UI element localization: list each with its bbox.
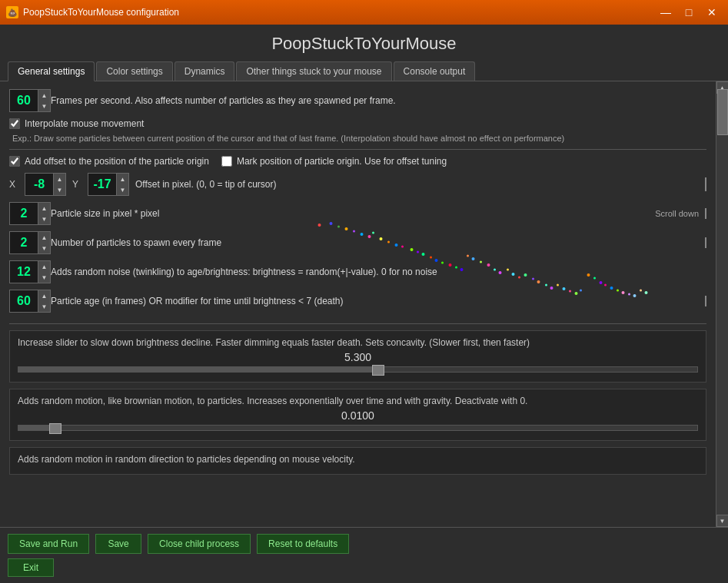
mark-origin-label: Mark position of particle origin. Use fo… bbox=[237, 156, 447, 167]
offset-y-spinbox[interactable]: -17 ▲ ▼ bbox=[88, 173, 129, 196]
svg-point-21 bbox=[467, 255, 469, 257]
random-noise-down[interactable]: ▼ bbox=[38, 272, 50, 283]
brownian-slider-value: 0.0100 bbox=[18, 409, 698, 422]
close-button[interactable]: ✕ bbox=[702, 5, 722, 20]
title-bar-title: PoopStuckToYourMouse configuration bbox=[23, 7, 179, 18]
main-button-row: Save and Run Save Close child process Re… bbox=[8, 534, 720, 554]
title-bar: 💩 PoopStuckToYourMouse configuration — □… bbox=[0, 0, 728, 25]
particle-age-label: Particle age (in frames) OR modifier for… bbox=[51, 296, 343, 306]
velocity-label: Adds random motion in random direction t… bbox=[18, 454, 698, 465]
x-axis-label: X bbox=[9, 179, 18, 190]
particle-age-spinbox[interactable]: 60 ▲ ▼ bbox=[9, 290, 51, 313]
inline-divider-1 bbox=[705, 177, 706, 191]
interpolate-label: Interpolate mouse movement bbox=[25, 118, 144, 129]
add-offset-label: Add offset to the position of the partic… bbox=[25, 156, 209, 167]
offset-y-arrows: ▲ ▼ bbox=[116, 174, 128, 195]
random-noise-row: 12 ▲ ▼ Adds random noise (twinkling) to … bbox=[9, 260, 706, 283]
scroll-indicator bbox=[705, 208, 706, 219]
divider-1 bbox=[9, 149, 706, 150]
close-child-process-button[interactable]: Close child process bbox=[148, 534, 251, 554]
app-title: PoopStuckToYourMouse bbox=[0, 25, 728, 61]
tab-color-settings[interactable]: Color settings bbox=[96, 61, 172, 81]
tab-other-things[interactable]: Other things stuck to your mouse bbox=[236, 61, 391, 81]
interpolate-checkbox[interactable] bbox=[9, 118, 20, 129]
minimize-button[interactable]: — bbox=[656, 5, 676, 20]
particles-per-frame-down[interactable]: ▼ bbox=[38, 243, 50, 253]
tab-general-settings[interactable]: General settings bbox=[8, 61, 95, 81]
title-bar-left: 💩 PoopStuckToYourMouse configuration bbox=[6, 6, 179, 18]
scrollbar-thumb[interactable] bbox=[717, 89, 728, 135]
particle-size-up[interactable]: ▲ bbox=[38, 203, 50, 214]
y-axis-label: Y bbox=[72, 179, 81, 190]
fps-value: 60 bbox=[10, 90, 38, 111]
offset-y-up[interactable]: ▲ bbox=[116, 174, 128, 184]
brightness-slider-track[interactable] bbox=[18, 366, 698, 373]
title-bar-controls: — □ ✕ bbox=[656, 5, 722, 20]
brownian-slider-track[interactable] bbox=[18, 425, 698, 431]
brightness-slider-thumb[interactable] bbox=[372, 365, 384, 376]
reset-to-defaults-button[interactable]: Reset to defaults bbox=[257, 534, 349, 554]
divider-2 bbox=[9, 323, 706, 324]
two-checkbox-row: Add offset to the position of the partic… bbox=[9, 156, 706, 167]
particles-per-frame-up[interactable]: ▲ bbox=[38, 232, 50, 243]
particle-age-up[interactable]: ▲ bbox=[38, 290, 50, 301]
brightness-slider-label: Increase slider to slow down brightness … bbox=[18, 337, 698, 348]
particle-age-row: 60 ▲ ▼ Particle age (in frames) OR modif… bbox=[9, 290, 706, 317]
maximize-button[interactable]: □ bbox=[679, 5, 699, 20]
offset-x-spinbox[interactable]: -8 ▲ ▼ bbox=[25, 173, 66, 196]
brightness-slider-container[interactable] bbox=[18, 366, 698, 376]
tab-dynamics[interactable]: Dynamics bbox=[175, 61, 235, 81]
mark-origin-checkbox[interactable] bbox=[221, 156, 232, 167]
scrollbar-track[interactable]: ▲ ▼ bbox=[716, 81, 728, 527]
fps-row: 60 ▲ ▼ Frames per second. Also affects n… bbox=[9, 89, 706, 112]
fps-down-arrow[interactable]: ▼ bbox=[38, 101, 50, 111]
velocity-section: Adds random motion in random direction t… bbox=[9, 447, 706, 475]
scrollbar-down-arrow[interactable]: ▼ bbox=[716, 515, 729, 527]
svg-point-15 bbox=[430, 257, 432, 259]
offset-x-arrows: ▲ ▼ bbox=[53, 174, 65, 195]
particles-per-frame-spinbox[interactable]: 2 ▲ ▼ bbox=[9, 231, 51, 254]
random-noise-spinbox[interactable]: 12 ▲ ▼ bbox=[9, 260, 51, 283]
offset-x-down[interactable]: ▼ bbox=[53, 184, 65, 195]
offset-x-up[interactable]: ▲ bbox=[53, 174, 65, 184]
interpolate-row: Interpolate mouse movement bbox=[9, 118, 706, 129]
scrollable-content: 60 ▲ ▼ Frames per second. Also affects n… bbox=[0, 81, 716, 527]
scroll-indicator-3 bbox=[705, 296, 706, 306]
offset-row: X -8 ▲ ▼ Y -17 ▲ ▼ Offset in pixel. bbox=[9, 173, 706, 196]
exit-button[interactable]: Exit bbox=[8, 558, 54, 577]
offset-x-value: -8 bbox=[25, 174, 53, 195]
random-noise-arrows: ▲ ▼ bbox=[38, 261, 50, 283]
add-offset-checkbox[interactable] bbox=[9, 156, 20, 167]
brightness-slider-value: 5.300 bbox=[18, 351, 698, 363]
particle-size-value: 2 bbox=[10, 203, 38, 224]
fps-spinbox[interactable]: 60 ▲ ▼ bbox=[9, 89, 51, 112]
content-area: 60 ▲ ▼ Frames per second. Also affects n… bbox=[0, 81, 728, 527]
particle-size-row: 2 ▲ ▼ Particle size in pixel * pixel Scr… bbox=[9, 202, 706, 225]
particles-per-frame-arrows: ▲ ▼ bbox=[38, 232, 50, 253]
tab-console-output[interactable]: Console output bbox=[394, 61, 476, 81]
svg-point-2 bbox=[337, 226, 340, 228]
random-noise-label: Adds random noise (twinkling) to age/bri… bbox=[51, 267, 437, 277]
app-icon: 💩 bbox=[6, 6, 18, 18]
particles-per-frame-row: 2 ▲ ▼ Number of particles to spawn every… bbox=[9, 231, 706, 254]
fps-up-arrow[interactable]: ▲ bbox=[38, 90, 50, 101]
particle-size-down[interactable]: ▼ bbox=[38, 214, 50, 224]
svg-point-3 bbox=[345, 227, 348, 230]
random-noise-up[interactable]: ▲ bbox=[38, 261, 50, 272]
particle-age-down[interactable]: ▼ bbox=[38, 301, 50, 312]
particle-age-arrows: ▲ ▼ bbox=[38, 290, 50, 312]
offset-y-value: -17 bbox=[88, 174, 116, 195]
particle-size-spinbox[interactable]: 2 ▲ ▼ bbox=[9, 202, 51, 225]
offset-y-down[interactable]: ▼ bbox=[116, 184, 128, 195]
exit-button-row: Exit bbox=[8, 558, 720, 577]
fps-arrows: ▲ ▼ bbox=[38, 90, 50, 111]
svg-point-35 bbox=[557, 284, 559, 287]
brownian-slider-container[interactable] bbox=[18, 425, 698, 434]
brownian-slider-thumb[interactable] bbox=[49, 423, 61, 434]
mark-origin-row: Mark position of particle origin. Use fo… bbox=[221, 156, 447, 167]
particles-per-frame-value: 2 bbox=[10, 232, 38, 253]
save-and-run-button[interactable]: Save and Run bbox=[8, 534, 89, 554]
brownian-slider-label: Adds random motion, like brownian motion… bbox=[18, 396, 698, 406]
save-button[interactable]: Save bbox=[95, 534, 141, 554]
brightness-slider-section: Increase slider to slow down brightness … bbox=[9, 330, 706, 383]
